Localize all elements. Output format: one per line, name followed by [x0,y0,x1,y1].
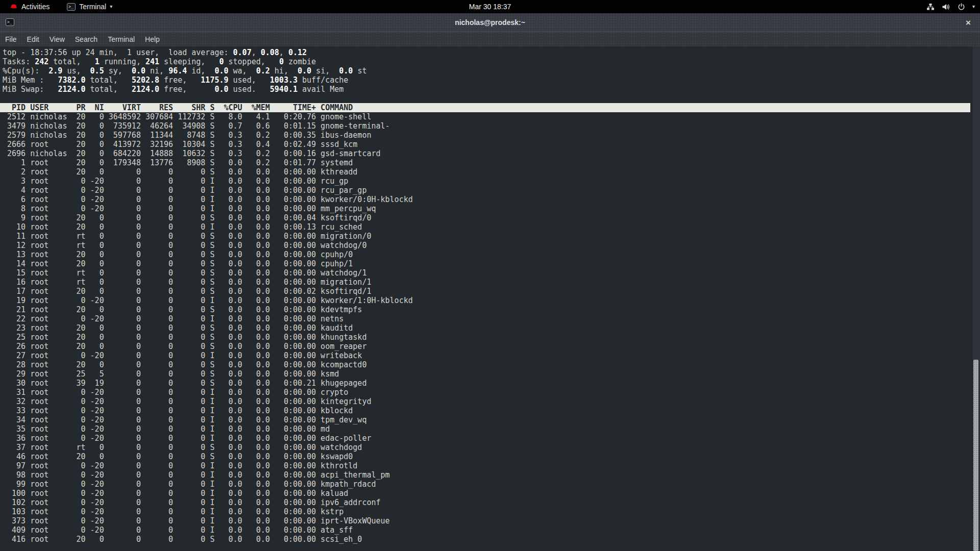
process-row: 11 root rt 0 0 0 0 S 0.0 0.0 0:00.00 mig… [3,232,980,241]
menu-item-search[interactable]: Search [70,32,103,46]
terminal-window-icon: >_ [6,18,14,26]
process-row: 36 root 0 -20 0 0 0 I 0.0 0.0 0:00.00 ed… [3,434,980,443]
process-row: 22 root 0 -20 0 0 0 I 0.0 0.0 0:00.00 ne… [3,314,980,323]
process-row: 26 root 20 0 0 0 0 S 0.0 0.0 0:00.00 oom… [3,342,980,351]
process-row: 28 root 20 0 0 0 0 S 0.0 0.0 0:00.00 kco… [3,360,980,369]
process-row: 99 root 0 -20 0 0 0 I 0.0 0.0 0:00.00 km… [3,480,980,489]
process-row: 10 root 20 0 0 0 0 I 0.0 0.0 0:00.13 rcu… [3,222,980,232]
process-row: 9 root 20 0 0 0 0 S 0.0 0.0 0:00.04 ksof… [3,213,980,222]
process-table-header: PID USER PR NI VIRT RES SHR S %CPU %MEM … [0,103,970,112]
menu-item-edit[interactable]: Edit [22,32,44,46]
process-row: 6 root 0 -20 0 0 0 I 0.0 0.0 0:00.00 kwo… [3,195,980,204]
scrollbar-thumb[interactable] [973,360,978,551]
process-row: 2512 nicholas 20 0 3648592 307684 112732… [3,112,980,121]
process-row: 373 root 0 -20 0 0 0 I 0.0 0.0 0:00.00 i… [3,516,980,525]
process-row: 4 root 0 -20 0 0 0 I 0.0 0.0 0:00.00 rcu… [3,186,980,195]
process-row: 409 root 0 -20 0 0 0 I 0.0 0.0 0:00.00 a… [3,525,980,535]
process-row: 33 root 0 -20 0 0 0 I 0.0 0.0 0:00.00 kb… [3,406,980,415]
top-summary-line: MiB Swap: 2124.0 total, 2124.0 free, 0.0… [3,85,980,94]
process-row: 102 root 0 -20 0 0 0 I 0.0 0.0 0:00.00 i… [3,498,980,507]
process-row: 25 root 20 0 0 0 0 S 0.0 0.0 0:00.00 khu… [3,333,980,342]
window-title: nicholas@prodesk:~ [0,18,980,27]
gnome-top-bar: Activities >_ Terminal ▾ Mar 30 18:37 [0,0,980,13]
process-row: 13 root 20 0 0 0 0 S 0.0 0.0 0:00.00 cpu… [3,250,980,259]
top-summary-line: top - 18:37:56 up 24 min, 1 user, load a… [3,48,980,57]
process-row: 12 root rt 0 0 0 0 S 0.0 0.0 0:00.00 wat… [3,241,980,250]
process-row: 98 root 0 -20 0 0 0 I 0.0 0.0 0:00.00 ac… [3,470,980,480]
process-row: 37 root rt 0 0 0 0 S 0.0 0.0 0:00.00 wat… [3,443,980,452]
process-row: 3479 nicholas 20 0 735912 46264 34908 S … [3,121,980,131]
process-row: 35 root 0 -20 0 0 0 I 0.0 0.0 0:00.00 md [3,424,980,434]
menu-item-help[interactable]: Help [140,32,165,46]
process-row: 416 root 20 0 0 0 0 S 0.0 0.0 0:00.00 sc… [3,535,980,544]
blank-line [3,94,980,103]
process-row: 8 root 0 -20 0 0 0 I 0.0 0.0 0:00.00 mm_… [3,204,980,213]
process-row: 2 root 20 0 0 0 0 S 0.0 0.0 0:00.00 kthr… [3,167,980,177]
system-menu-button[interactable]: ▾ [926,0,975,13]
process-row: 14 root 20 0 0 0 0 S 0.0 0.0 0:00.00 cpu… [3,259,980,268]
process-row: 27 root 0 -20 0 0 0 I 0.0 0.0 0:00.00 wr… [3,351,980,360]
chevron-down-icon: ▾ [972,4,975,9]
top-summary-line: MiB Mem : 7382.0 total, 5202.8 free, 117… [3,76,980,85]
process-row: 100 root 0 -20 0 0 0 I 0.0 0.0 0:00.00 k… [3,489,980,498]
scrollbar-track[interactable] [972,46,980,551]
top-summary-line: %Cpu(s): 2.9 us, 0.5 sy, 0.0 ni, 96.4 id… [3,66,980,76]
process-row: 2666 root 20 0 413972 32196 10304 S 0.3 … [3,140,980,149]
process-row: 21 root 20 0 0 0 0 S 0.0 0.0 0:00.00 kde… [3,305,980,314]
process-row: 30 root 39 19 0 0 0 S 0.0 0.0 0:00.21 kh… [3,379,980,388]
process-row: 32 root 0 -20 0 0 0 I 0.0 0.0 0:00.00 ki… [3,397,980,406]
menu-item-view[interactable]: View [44,32,70,46]
power-icon [958,3,965,11]
process-row: 46 root 20 0 0 0 0 S 0.0 0.0 0:00.00 ksw… [3,452,980,461]
process-row: 103 root 0 -20 0 0 0 I 0.0 0.0 0:00.00 k… [3,507,980,516]
close-button[interactable]: × [961,13,976,32]
process-row: 1 root 20 0 179348 13776 8908 S 0.0 0.2 … [3,158,980,167]
terminal-screen[interactable]: top - 18:37:56 up 24 min, 1 user, load a… [0,46,980,551]
terminal-title-bar[interactable]: >_ nicholas@prodesk:~ × [0,13,980,32]
process-row: 97 root 0 -20 0 0 0 I 0.0 0.0 0:00.00 kt… [3,461,980,470]
process-row: 19 root 0 -20 0 0 0 I 0.0 0.0 0:00.00 kw… [3,296,980,305]
network-wired-icon [926,3,935,11]
menu-item-terminal[interactable]: Terminal [103,32,140,46]
top-summary-line: Tasks: 242 total, 1 running, 241 sleepin… [3,57,980,66]
process-row: 16 root rt 0 0 0 0 S 0.0 0.0 0:00.00 mig… [3,278,980,287]
volume-icon [942,3,950,11]
process-row: 2579 nicholas 20 0 597768 11344 8748 S 0… [3,131,980,140]
menu-item-file[interactable]: File [0,32,22,46]
terminal-menu-bar: FileEditViewSearchTerminalHelp [0,32,980,46]
process-row: 34 root 0 -20 0 0 0 I 0.0 0.0 0:00.00 tp… [3,415,980,424]
process-row: 31 root 0 -20 0 0 0 I 0.0 0.0 0:00.00 cr… [3,388,980,397]
process-row: 23 root 20 0 0 0 0 S 0.0 0.0 0:00.00 kau… [3,323,980,333]
process-row: 2696 nicholas 20 0 684220 14888 10632 S … [3,149,980,158]
process-row: 3 root 0 -20 0 0 0 I 0.0 0.0 0:00.00 rcu… [3,177,980,186]
process-row: 29 root 25 5 0 0 0 S 0.0 0.0 0:00.00 ksm… [3,369,980,379]
process-row: 15 root rt 0 0 0 0 S 0.0 0.0 0:00.00 wat… [3,268,980,278]
process-row: 17 root 20 0 0 0 0 S 0.0 0.0 0:00.02 kso… [3,287,980,296]
clock-button[interactable]: Mar 30 18:37 [0,3,980,11]
